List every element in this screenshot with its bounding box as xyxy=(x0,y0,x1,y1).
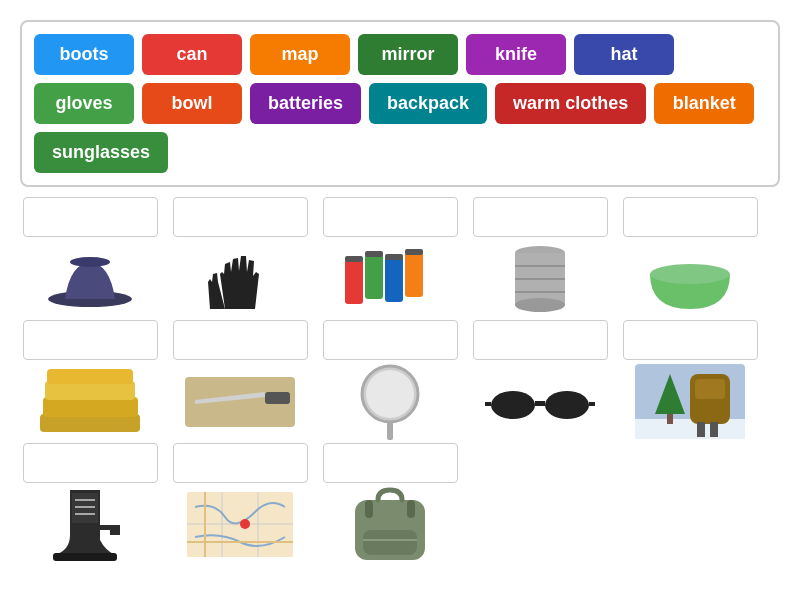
svg-rect-39 xyxy=(53,553,117,561)
drop-cell-warm-clothes xyxy=(20,320,160,439)
image-backpack-winter xyxy=(625,364,755,439)
drop-box-bowl[interactable] xyxy=(623,197,758,237)
svg-rect-4 xyxy=(365,254,383,299)
word-chip-map[interactable]: map xyxy=(250,34,350,75)
svg-rect-25 xyxy=(387,422,393,440)
svg-rect-40 xyxy=(72,493,98,523)
grid-row-1 xyxy=(20,197,780,316)
svg-rect-30 xyxy=(589,402,595,406)
drop-cell-gloves xyxy=(170,197,310,316)
svg-rect-32 xyxy=(635,419,745,439)
word-chip-sunglasses[interactable]: sunglasses xyxy=(34,132,168,173)
image-boots xyxy=(25,487,155,562)
image-bowl xyxy=(625,241,755,316)
drop-box-gloves[interactable] xyxy=(173,197,308,237)
drop-cell-hat xyxy=(20,197,160,316)
svg-point-12 xyxy=(515,298,565,312)
drop-cell-bowl xyxy=(620,197,760,316)
svg-rect-9 xyxy=(405,249,423,255)
svg-point-24 xyxy=(366,370,414,418)
gloves-icon xyxy=(200,244,280,314)
svg-rect-28 xyxy=(535,401,545,406)
word-chip-blanket[interactable]: blanket xyxy=(654,83,754,124)
drop-cell-sunglasses xyxy=(470,320,610,439)
drop-box-batteries[interactable] xyxy=(323,197,458,237)
drop-cell-map xyxy=(170,443,310,562)
drop-cell-backpack-plain xyxy=(320,443,460,562)
knife-icon xyxy=(185,372,295,432)
word-chip-mirror[interactable]: mirror xyxy=(358,34,458,75)
svg-rect-2 xyxy=(345,259,363,304)
svg-rect-38 xyxy=(667,414,673,424)
drop-box-knife[interactable] xyxy=(173,320,308,360)
drop-cell-mirror xyxy=(320,320,460,439)
drop-cell-can xyxy=(470,197,610,316)
word-bank: bootscanmapmirrorknifehatglovesbowlbatte… xyxy=(20,20,780,187)
svg-point-1 xyxy=(70,257,110,267)
svg-rect-35 xyxy=(697,422,705,437)
drop-box-sunglasses[interactable] xyxy=(473,320,608,360)
batteries-icon xyxy=(340,244,440,314)
image-warm-clothes xyxy=(25,364,155,439)
drop-box-mirror[interactable] xyxy=(323,320,458,360)
image-gloves xyxy=(175,241,305,316)
svg-point-27 xyxy=(545,391,589,419)
bowl-icon xyxy=(645,244,735,314)
word-chip-warm-clothes[interactable]: warm clothes xyxy=(495,83,646,124)
svg-rect-7 xyxy=(385,254,403,260)
svg-rect-20 xyxy=(47,369,133,384)
word-chip-batteries[interactable]: batteries xyxy=(250,83,361,124)
svg-rect-29 xyxy=(485,402,491,406)
svg-point-50 xyxy=(240,519,250,529)
sunglasses-icon xyxy=(485,377,595,427)
drop-box-warm-clothes[interactable] xyxy=(23,320,158,360)
mirror-icon xyxy=(355,362,425,442)
word-chip-hat[interactable]: hat xyxy=(574,34,674,75)
svg-rect-6 xyxy=(385,257,403,302)
svg-point-26 xyxy=(491,391,535,419)
word-chip-backpack[interactable]: backpack xyxy=(369,83,487,124)
grid-row-3 xyxy=(20,443,780,562)
svg-rect-55 xyxy=(407,500,415,518)
image-knife xyxy=(175,364,305,439)
svg-rect-8 xyxy=(405,252,423,297)
drop-grid xyxy=(20,197,780,562)
drop-cell-backpack-winter xyxy=(620,320,760,439)
drop-box-backpack-winter[interactable] xyxy=(623,320,758,360)
map-icon xyxy=(185,487,295,562)
boots-icon xyxy=(45,485,135,565)
word-chip-can[interactable]: can xyxy=(142,34,242,75)
drop-box-can[interactable] xyxy=(473,197,608,237)
drop-cell-batteries xyxy=(320,197,460,316)
word-chip-bowl[interactable]: bowl xyxy=(142,83,242,124)
image-hat xyxy=(25,241,155,316)
svg-rect-22 xyxy=(265,392,290,404)
svg-rect-36 xyxy=(710,422,718,437)
word-chip-knife[interactable]: knife xyxy=(466,34,566,75)
svg-rect-5 xyxy=(365,251,383,257)
image-can xyxy=(475,241,605,316)
backpack-plain-icon xyxy=(345,485,435,565)
drop-cell-boots xyxy=(20,443,160,562)
drop-box-hat[interactable] xyxy=(23,197,158,237)
drop-box-backpack-plain[interactable] xyxy=(323,443,458,483)
word-chip-gloves[interactable]: gloves xyxy=(34,83,134,124)
svg-rect-54 xyxy=(365,500,373,518)
svg-rect-3 xyxy=(345,256,363,262)
svg-rect-34 xyxy=(695,379,725,399)
warm-clothes-icon xyxy=(35,364,145,439)
drop-box-boots[interactable] xyxy=(23,443,158,483)
hat-icon xyxy=(45,244,135,314)
image-sunglasses xyxy=(475,364,605,439)
drop-box-map[interactable] xyxy=(173,443,308,483)
backpack-winter-icon xyxy=(635,364,745,439)
svg-point-16 xyxy=(650,264,730,284)
can-icon xyxy=(505,241,575,316)
svg-rect-52 xyxy=(363,530,417,555)
drop-cell-knife xyxy=(170,320,310,439)
image-batteries xyxy=(325,241,455,316)
image-map xyxy=(175,487,305,562)
word-chip-boots[interactable]: boots xyxy=(34,34,134,75)
grid-row-2 xyxy=(20,320,780,439)
image-mirror xyxy=(325,364,455,439)
